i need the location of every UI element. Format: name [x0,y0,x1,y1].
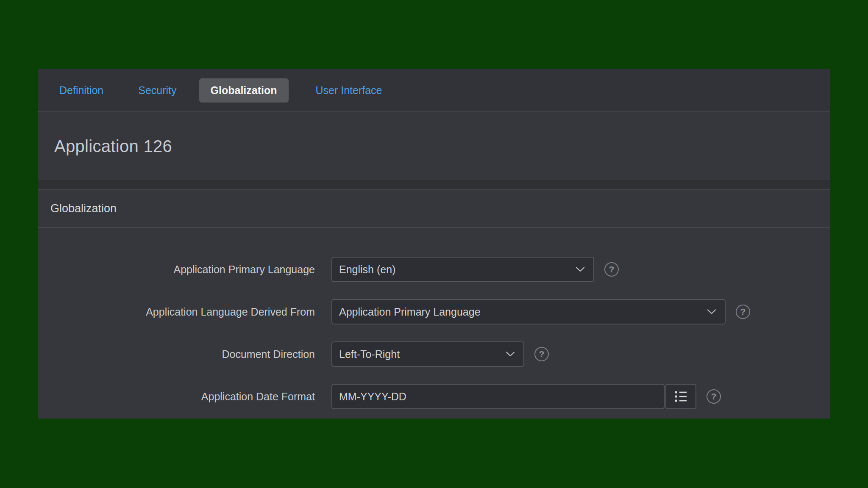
field-row-language-derived-from: Application Language Derived From Applic… [38,299,830,324]
field-label: Application Primary Language [38,263,315,276]
tab-user-interface[interactable]: User Interface [316,84,382,97]
select-value: English (en) [332,263,395,276]
field-row-date-format: Application Date Format ? [38,384,830,409]
chevron-down-icon [506,352,515,357]
help-icon[interactable]: ? [604,262,619,277]
field-label: Document Direction [38,348,315,360]
select-value: Left-To-Right [332,348,400,360]
document-direction-select[interactable]: Left-To-Right [331,341,524,367]
help-icon[interactable]: ? [534,347,549,361]
primary-language-select[interactable]: English (en) [331,257,594,282]
list-picker-button[interactable] [665,384,696,409]
section-header: Globalization [38,190,830,228]
title-divider-strip [38,180,830,190]
page-title: Application 126 [54,137,172,156]
section-title: Globalization [50,202,117,215]
select-value: Application Primary Language [332,306,481,318]
list-icon [674,390,688,403]
tab-definition[interactable]: Definition [59,84,103,97]
date-format-input[interactable] [331,384,665,409]
field-row-primary-language: Application Primary Language English (en… [38,257,830,282]
help-icon[interactable]: ? [736,305,750,319]
tab-bar: Definition Security Globalization User I… [38,69,830,112]
chevron-down-icon [707,309,716,315]
tab-globalization[interactable]: Globalization [199,78,289,103]
field-row-document-direction: Document Direction Left-To-Right ? [38,341,830,367]
title-band: Application 126 [38,112,830,180]
field-label: Application Language Derived From [38,306,315,318]
chevron-down-icon [576,267,585,272]
language-derived-from-select[interactable]: Application Primary Language [331,299,726,324]
field-label: Application Date Format [38,391,315,403]
help-icon[interactable]: ? [707,389,721,404]
application-settings-panel: Definition Security Globalization User I… [38,69,830,419]
globalization-form: Application Primary Language English (en… [38,228,830,409]
desktop-background: Definition Security Globalization User I… [0,0,868,488]
tab-security[interactable]: Security [138,84,176,97]
